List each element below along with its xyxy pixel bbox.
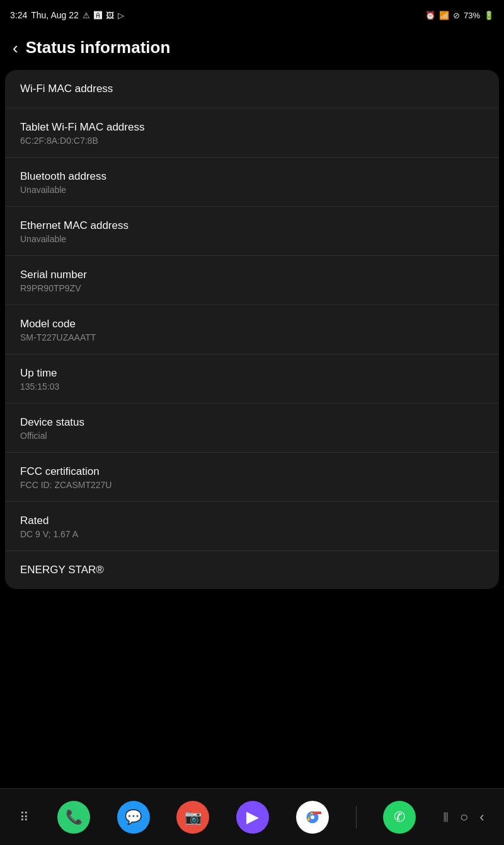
status-bar: 3:24 Thu, Aug 22 ⚠ 🅰 🖼 ▷ ⏰ 📶 ⊘ 73% 🔋 [0, 0, 504, 28]
info-label: Up time [20, 367, 484, 380]
battery-display: 73% [464, 11, 480, 20]
battery-icon: 🔋 [484, 11, 494, 20]
camera-notif-icon: 🅰 [94, 11, 102, 20]
info-row: Model codeSM-T227UZAAATT [5, 305, 499, 354]
info-label: Rated [20, 515, 484, 527]
dnd-icon: ⊘ [453, 11, 460, 20]
info-label: Tablet Wi-Fi MAC address [20, 121, 484, 134]
info-label: Serial number [20, 269, 484, 281]
phone-app-button[interactable]: 📞 [57, 801, 90, 834]
youtube-app-button[interactable]: ▶ [236, 801, 269, 834]
recent-apps-button[interactable]: ⦀ [443, 809, 449, 825]
chrome-icon [304, 808, 321, 826]
info-row: RatedDC 9 V; 1.67 A [5, 502, 499, 551]
info-row: FCC certificationFCC ID: ZCASMT227U [5, 453, 499, 502]
header: ‹ Status information [0, 28, 504, 67]
media-icon: 🖼 [106, 11, 114, 20]
nav-system-buttons: ⦀ ○ ‹ [443, 809, 484, 825]
info-row: Device statusOfficial [5, 404, 499, 453]
app-drawer-button[interactable]: ⠿ [20, 810, 30, 825]
info-row: Serial numberR9PR90TP9ZV [5, 256, 499, 305]
time-display: 3:24 [10, 10, 27, 20]
info-value: Unavailable [20, 234, 484, 244]
home-button[interactable]: ○ [460, 809, 468, 825]
status-bar-left: 3:24 Thu, Aug 22 ⚠ 🅰 🖼 ▷ [10, 10, 124, 20]
info-value: FCC ID: ZCASMT227U [20, 480, 484, 490]
page-title: Status information [26, 38, 171, 57]
info-row: Ethernet MAC addressUnavailable [5, 207, 499, 256]
warning-icon: ⚠ [83, 11, 90, 20]
info-label: Bluetooth address [20, 170, 484, 183]
info-value: 135:15:03 [20, 382, 484, 392]
info-value: DC 9 V; 1.67 A [20, 529, 484, 539]
back-button[interactable]: ‹ [13, 40, 18, 56]
alarm-icon: ⏰ [425, 11, 435, 20]
info-row: Up time135:15:03 [5, 354, 499, 404]
info-value: Official [20, 431, 484, 441]
navigation-bar: ⠿ 📞 💬 📷 ▶ ✆ ⦀ ○ ‹ [0, 788, 504, 845]
info-row: ENERGY STAR® [5, 551, 499, 589]
wifi-icon: 📶 [439, 11, 449, 20]
info-label: Ethernet MAC address [20, 219, 484, 232]
info-label: Model code [20, 318, 484, 330]
play-icon: ▷ [118, 11, 124, 20]
info-row: Wi-Fi MAC address [5, 70, 499, 108]
info-value: 6C:2F:8A:D0:C7:8B [20, 136, 484, 146]
info-row: Bluetooth addressUnavailable [5, 158, 499, 207]
messages-app-button[interactable]: 💬 [117, 801, 150, 834]
status-bar-right: ⏰ 📶 ⊘ 73% 🔋 [425, 11, 494, 20]
back-nav-button[interactable]: ‹ [479, 809, 484, 825]
whatsapp-app-button[interactable]: ✆ [383, 801, 416, 834]
info-value: SM-T227UZAAATT [20, 332, 484, 342]
nav-divider [356, 806, 357, 829]
info-label: ENERGY STAR® [20, 564, 484, 576]
info-value: R9PR90TP9ZV [20, 283, 484, 293]
chrome-app-button[interactable] [296, 801, 329, 834]
info-row: Tablet Wi-Fi MAC address6C:2F:8A:D0:C7:8… [5, 108, 499, 158]
info-label: Wi-Fi MAC address [20, 83, 484, 95]
date-display: Thu, Aug 22 [31, 10, 79, 20]
info-value: Unavailable [20, 185, 484, 195]
scroll-area: Wi-Fi MAC addressTablet Wi-Fi MAC addres… [0, 67, 504, 780]
svg-point-3 [311, 815, 314, 819]
info-label: FCC certification [20, 465, 484, 478]
info-label: Device status [20, 416, 484, 429]
camera-app-button[interactable]: 📷 [176, 801, 209, 834]
info-card: Wi-Fi MAC addressTablet Wi-Fi MAC addres… [5, 70, 499, 589]
